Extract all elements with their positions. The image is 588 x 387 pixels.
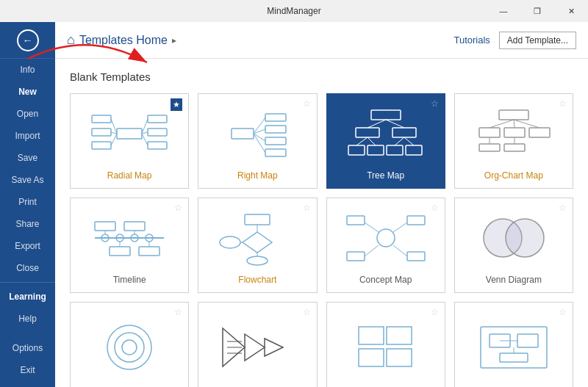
minimize-button[interactable]: — <box>487 0 520 22</box>
template-label-radial-map: Radial Map <box>107 170 152 181</box>
svg-rect-17 <box>265 137 286 145</box>
restore-button[interactable]: ❐ <box>520 0 554 22</box>
template-card-concept-map[interactable]: ☆ <box>326 198 445 293</box>
svg-rect-70 <box>347 252 365 261</box>
template-card-org-chart[interactable]: ☆ <box>454 93 573 189</box>
breadcrumb-arrow-icon: ▸ <box>172 35 176 46</box>
star-icon: ☆ <box>431 203 439 213</box>
template-card-11[interactable]: ☆ <box>326 302 445 387</box>
template-label-org-chart: Org-Chart Map <box>484 170 543 181</box>
sidebar-item-save[interactable]: Save <box>0 147 55 169</box>
svg-line-8 <box>111 119 117 134</box>
svg-rect-39 <box>529 128 550 137</box>
svg-line-11 <box>142 119 148 134</box>
sidebar-item-help[interactable]: Help <box>0 308 55 330</box>
flowchart-icon <box>204 207 310 269</box>
sidebar-item-new[interactable]: New <box>0 81 55 103</box>
breadcrumb-text: Templates Home <box>79 34 168 47</box>
close-button[interactable]: ✕ <box>554 0 588 22</box>
sidebar-item-open[interactable]: Open <box>0 103 55 125</box>
template-card-12[interactable]: ☆ <box>454 302 573 387</box>
svg-rect-3 <box>92 129 111 136</box>
svg-rect-27 <box>368 145 384 155</box>
template-10-icon <box>204 311 310 383</box>
svg-rect-69 <box>407 216 425 225</box>
svg-rect-89 <box>359 349 384 366</box>
svg-line-31 <box>386 120 404 128</box>
template-card-tree-map[interactable]: ☆ <box>326 93 445 189</box>
svg-rect-55 <box>139 247 159 256</box>
svg-rect-88 <box>387 327 412 344</box>
svg-rect-26 <box>348 145 365 155</box>
sidebar-divider <box>0 282 55 283</box>
star-icon: ☆ <box>303 98 311 109</box>
svg-rect-14 <box>232 129 254 139</box>
svg-line-72 <box>365 223 379 232</box>
template-card-right-map[interactable]: ☆ <box>198 93 317 189</box>
template-12-icon <box>461 311 567 383</box>
svg-rect-7 <box>148 142 167 149</box>
svg-rect-18 <box>265 149 286 156</box>
template-label-concept-map: Concept Map <box>359 275 412 285</box>
svg-point-77 <box>506 219 544 257</box>
template-card-radial-map[interactable]: ★ <box>70 93 189 189</box>
title-bar: MindManager — ❐ ✕ <box>0 0 588 22</box>
template-card-timeline[interactable]: ☆ <box>70 198 189 293</box>
app-title: MindManager <box>267 6 320 16</box>
svg-rect-15 <box>265 114 286 121</box>
template-card-9[interactable]: ☆ <box>70 302 189 387</box>
star-icon: ☆ <box>559 307 567 317</box>
tree-map-icon <box>333 103 439 164</box>
timeline-icon <box>76 207 182 269</box>
sidebar-item-exit[interactable]: Exit <box>0 359 55 381</box>
right-map-icon <box>204 103 310 164</box>
sidebar-item-info[interactable]: Info <box>0 59 55 81</box>
sidebar-item-import[interactable]: Import <box>0 125 55 147</box>
add-template-button[interactable]: Add Template... <box>499 32 576 49</box>
svg-point-78 <box>107 325 151 369</box>
sidebar-item-learning[interactable]: Learning <box>0 286 55 308</box>
template-card-10[interactable]: ☆ <box>198 302 317 387</box>
sidebar: ← Info New Open Import Save Save As Prin… <box>0 22 55 387</box>
sidebar-item-print[interactable]: Print <box>0 191 55 213</box>
svg-line-32 <box>356 137 368 145</box>
templates-area: Blank Templates ★ <box>55 59 588 387</box>
template-card-flowchart[interactable]: ☆ <box>198 198 317 293</box>
sidebar-item-export[interactable]: Export <box>0 235 55 257</box>
star-icon: ☆ <box>174 307 182 317</box>
template-label-flowchart: Flowchart <box>238 275 276 285</box>
sidebar-item-options[interactable]: Options <box>0 337 55 359</box>
star-icon: ☆ <box>431 98 439 109</box>
home-icon: ⌂ <box>67 32 75 48</box>
content-header: ⌂ Templates Home ▸ Tutorials Add Templat… <box>55 22 588 59</box>
svg-rect-5 <box>148 115 167 123</box>
star-icon-filled: ★ <box>171 98 182 111</box>
svg-point-67 <box>377 229 395 247</box>
svg-rect-43 <box>479 144 500 151</box>
org-chart-icon <box>461 103 567 164</box>
header-right: Tutorials Add Template... <box>453 32 576 49</box>
star-icon: ☆ <box>431 307 439 317</box>
svg-rect-44 <box>504 144 525 151</box>
tutorials-link[interactable]: Tutorials <box>453 35 490 46</box>
template-11-icon <box>333 311 439 383</box>
star-icon: ☆ <box>559 203 567 213</box>
svg-rect-24 <box>356 128 379 137</box>
svg-rect-68 <box>347 216 365 225</box>
svg-line-13 <box>142 134 148 145</box>
section-title: Blank Templates <box>70 70 573 83</box>
sidebar-item-save-as[interactable]: Save As <box>0 169 55 191</box>
back-button[interactable]: ← <box>0 22 55 59</box>
svg-rect-23 <box>371 110 401 120</box>
svg-rect-28 <box>387 145 403 155</box>
svg-line-10 <box>111 134 117 145</box>
venn-diagram-icon <box>461 207 567 269</box>
sidebar-item-share[interactable]: Share <box>0 213 55 235</box>
svg-rect-90 <box>387 349 412 366</box>
svg-line-42 <box>514 120 539 128</box>
sidebar-item-close[interactable]: Close <box>0 257 55 279</box>
star-icon: ☆ <box>559 98 567 109</box>
svg-rect-38 <box>504 128 525 137</box>
template-card-venn-diagram[interactable]: ☆ Venn Diagram <box>454 198 573 293</box>
svg-rect-6 <box>148 129 167 136</box>
